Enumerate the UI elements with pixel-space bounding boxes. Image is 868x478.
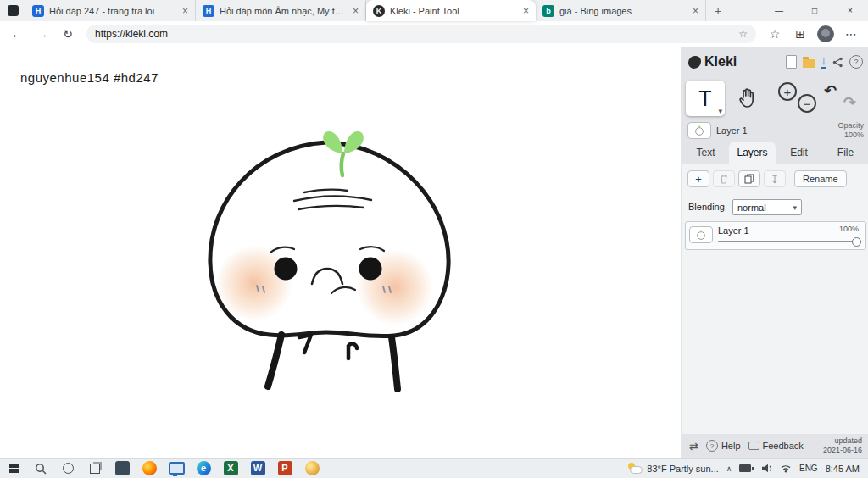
window-minimize-button[interactable]: — xyxy=(761,0,797,21)
browser-tab-bing-images[interactable]: b già - Bing images × xyxy=(536,0,706,21)
kleki-header: Kleki ↓ ? xyxy=(682,47,868,77)
address-url[interactable]: https://kleki.com xyxy=(95,28,732,40)
kleki-logo: Kleki xyxy=(688,54,737,69)
tab-text[interactable]: Text xyxy=(682,142,729,164)
blending-select[interactable]: normal ▾ xyxy=(732,199,802,215)
volume-icon[interactable] xyxy=(761,464,772,473)
round-app-icon xyxy=(305,461,320,475)
add-favorite-icon[interactable]: ☆ xyxy=(738,28,748,40)
tab-layers[interactable]: Layers xyxy=(729,142,776,164)
layer-list-item[interactable]: Layer 1 100% xyxy=(685,221,866,250)
open-folder-icon[interactable] xyxy=(803,59,815,68)
tab-actions-menu-button[interactable] xyxy=(0,0,25,21)
share-icon[interactable] xyxy=(832,57,843,68)
new-image-icon[interactable] xyxy=(786,55,797,69)
browser-tab-hoidap-amnhac[interactable]: H Hỏi đáp môn Âm nhạc, Mỹ thuậ... × xyxy=(196,0,366,21)
chevron-down-icon: ▾ xyxy=(718,107,722,115)
taskbar-app-monitor[interactable] xyxy=(163,459,190,478)
add-layer-button[interactable]: + xyxy=(687,170,709,187)
tab-close-icon[interactable]: × xyxy=(523,6,529,16)
blending-row: Blending normal ▾ xyxy=(688,199,863,216)
weather-widget[interactable]: 83°F Partly sun... xyxy=(627,463,719,474)
tab-close-icon[interactable]: × xyxy=(182,6,188,16)
layer-thumbnail xyxy=(687,122,711,139)
blending-label: Blending xyxy=(688,202,725,212)
refresh-button[interactable]: ↻ xyxy=(56,24,80,44)
undo-button[interactable]: ↶ xyxy=(824,83,837,98)
taskbar-app-firefox[interactable] xyxy=(136,459,163,478)
swap-theme-icon[interactable]: ⇄ xyxy=(689,441,698,452)
new-tab-button[interactable]: + xyxy=(706,0,730,21)
browser-menu-button[interactable]: ⋯ xyxy=(839,24,863,44)
tab-close-icon[interactable]: × xyxy=(693,6,698,16)
profile-button[interactable] xyxy=(814,24,837,44)
updated-label: updated xyxy=(823,436,862,446)
tab-file[interactable]: File xyxy=(822,142,868,164)
hand-tool-button[interactable] xyxy=(728,81,767,116)
taskbar-app-word[interactable]: W xyxy=(244,459,271,478)
tab-title: Hỏi đáp 247 - trang tra loi xyxy=(49,6,177,16)
excel-icon: X xyxy=(224,461,238,475)
duplicate-icon xyxy=(744,174,754,184)
taskbar-app-powerpoint[interactable]: P xyxy=(271,459,298,478)
tab-close-icon[interactable]: × xyxy=(353,6,359,16)
feedback-link[interactable]: Feedback xyxy=(748,441,804,451)
taskbar-app-edge[interactable]: e xyxy=(190,459,217,478)
active-layer-summary[interactable]: Layer 1 Opacity 100% xyxy=(687,121,864,142)
collections-button[interactable]: ⊞ xyxy=(788,24,812,44)
trash-icon xyxy=(720,174,728,184)
zoom-out-button[interactable]: − xyxy=(798,94,816,113)
panel-footer: ⇄ ? Help Feedback updated 2021-06-16 xyxy=(682,434,868,458)
task-view-button[interactable] xyxy=(81,459,108,478)
opacity-slider-track[interactable] xyxy=(718,241,855,242)
chevron-down-icon: ▾ xyxy=(793,203,797,212)
layer-opacity-readout: Opacity 100% xyxy=(837,121,864,140)
paint-canvas[interactable]: nguyenhue154 #hd247 xyxy=(0,47,682,458)
feedback-label: Feedback xyxy=(763,441,804,451)
layer-toolbar: + ↧ Rename xyxy=(687,170,847,187)
blending-value: normal xyxy=(737,203,766,213)
start-button[interactable] xyxy=(0,459,27,478)
opacity-slider-knob[interactable] xyxy=(852,237,861,247)
network-icon[interactable] xyxy=(780,464,792,473)
taskbar-app-1[interactable] xyxy=(108,459,136,478)
help-icon[interactable]: ? xyxy=(849,55,863,69)
language-indicator[interactable]: ENG xyxy=(799,464,818,473)
tab-title: Kleki - Paint Tool xyxy=(390,6,518,16)
rename-layer-button[interactable]: Rename xyxy=(794,170,847,187)
hidden-icons-chevron[interactable]: ∧ xyxy=(726,464,732,473)
character-drawing xyxy=(0,47,681,458)
cortana-button[interactable] xyxy=(54,459,81,478)
zoom-in-button[interactable]: + xyxy=(778,82,797,101)
updated-info: updated 2021-06-16 xyxy=(823,436,862,456)
text-tool-button[interactable]: T ▾ xyxy=(686,81,725,116)
browser-tab-hoidap247[interactable]: H Hỏi đáp 247 - trang tra loi × xyxy=(25,0,196,21)
window-close-button[interactable]: × xyxy=(832,0,868,21)
address-bar[interactable]: https://kleki.com ☆ xyxy=(86,25,756,43)
browser-tab-kleki[interactable]: K Kleki - Paint Tool × xyxy=(366,0,536,21)
save-download-icon[interactable]: ↓ xyxy=(821,55,827,69)
window-maximize-button[interactable]: □ xyxy=(797,0,832,21)
favorites-button[interactable]: ☆ xyxy=(763,24,787,44)
back-button[interactable]: ← xyxy=(5,24,29,44)
search-button[interactable] xyxy=(27,459,54,478)
browser-tab-bar: H Hỏi đáp 247 - trang tra loi × H Hỏi đá… xyxy=(0,0,868,21)
kleki-side-panel: Kleki ↓ ? T ▾ + − ↶ ↷ xyxy=(682,47,868,458)
layer-opacity-value: 100% xyxy=(839,225,859,233)
taskbar-app-excel[interactable]: X xyxy=(217,459,244,478)
tab-edit[interactable]: Edit xyxy=(776,142,822,164)
task-view-icon xyxy=(90,464,100,474)
tab-actions-icon xyxy=(8,5,19,16)
layers-panel: + ↧ Rename Blending nor xyxy=(682,164,868,434)
battery-icon[interactable] xyxy=(739,464,754,472)
taskbar-app-round[interactable] xyxy=(298,459,326,478)
word-icon: W xyxy=(251,461,265,475)
dark-app-icon xyxy=(115,461,130,475)
help-link[interactable]: ? Help xyxy=(706,440,741,452)
browser-nav-bar: ← → ↻ https://kleki.com ☆ ☆ ⊞ ⋯ xyxy=(0,21,868,47)
bing-favicon-icon: b xyxy=(542,5,554,17)
clock[interactable]: 8:45 AM xyxy=(826,464,860,474)
cortana-icon xyxy=(63,463,74,474)
duplicate-layer-button[interactable] xyxy=(738,170,760,187)
kleki-app-name: Kleki xyxy=(704,54,737,69)
